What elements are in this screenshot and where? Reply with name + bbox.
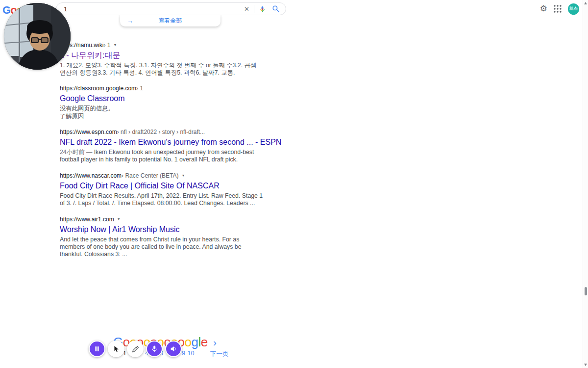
pause-icon: [93, 345, 101, 353]
result-title[interactable]: Food City Dirt Race | Official Site Of N…: [60, 181, 264, 190]
chevron-down-icon[interactable]: ▼: [117, 217, 121, 221]
header-actions: ⚙ 凯杰: [540, 3, 579, 15]
chevron-down-icon[interactable]: ▼: [182, 174, 185, 177]
scroll-down-button[interactable]: [584, 364, 587, 366]
result-snippet: And let the peace that comes from Christ…: [60, 236, 264, 258]
cursor-button[interactable]: [108, 341, 124, 357]
arrow-right-icon: →: [127, 17, 133, 25]
search-result: https://www.espn.com › nfl › draft2022 ›…: [60, 128, 264, 163]
search-input[interactable]: [64, 5, 240, 13]
cursor-icon: [112, 345, 120, 353]
result-title[interactable]: Worship Now | Air1 Worship Music: [60, 225, 264, 234]
search-divider: [254, 5, 254, 13]
result-title[interactable]: NFL draft 2022 - Ikem Ekwonu's journey f…: [60, 137, 264, 147]
result-title[interactable]: 1 - 나무위키:대문: [60, 51, 264, 60]
result-url[interactable]: https://www.air1.com ▼: [60, 215, 264, 223]
page-number-10[interactable]: 10: [187, 350, 195, 357]
apps-grid-icon: [553, 4, 562, 13]
recording-toolbar: [89, 341, 182, 357]
result-snippet: 24小时前 — Ikem Ekwonu took an unexpected j…: [60, 149, 264, 163]
search-button[interactable]: [272, 5, 280, 13]
search-result: https://classroom.google.com › 1 ▼ Googl…: [60, 84, 264, 120]
webcam-video: [4, 3, 71, 70]
clear-search-button[interactable]: ✕: [240, 5, 254, 13]
next-page-chevron[interactable]: ›: [213, 337, 217, 348]
pen-button[interactable]: [127, 341, 144, 357]
search-result: https://www.air1.com ▼ Worship Now | Air…: [60, 215, 264, 258]
scrollbar-track[interactable]: [583, 0, 588, 368]
result-url[interactable]: https://classroom.google.com › 1 ▼: [60, 84, 264, 92]
voice-search-button[interactable]: [259, 5, 266, 13]
result-url[interactable]: https://www.nascar.com › Race Center (BE…: [60, 172, 264, 179]
microphone-icon: [150, 345, 158, 353]
view-all-button[interactable]: → 查看全部: [120, 15, 220, 26]
result-snippet: 1. 개요2. 모양3. 수학적 특징. 3.1. 자연수의 첫 번째 수 or…: [60, 62, 264, 77]
search-result: https://www.nascar.com › Race Center (BE…: [60, 172, 264, 207]
result-snippet-date: 24小时前 —: [60, 149, 94, 156]
pause-button[interactable]: [89, 341, 105, 357]
scrollbar-thumb[interactable]: [585, 287, 587, 295]
view-all-label: 查看全部: [159, 17, 182, 25]
next-page-link[interactable]: 下一页: [210, 350, 229, 358]
search-icon: [272, 5, 280, 13]
chevron-down-icon[interactable]: ▼: [113, 43, 117, 47]
avatar[interactable]: 凯杰: [568, 3, 579, 15]
speaker-icon: [170, 345, 177, 353]
webcam-overlay[interactable]: [4, 3, 71, 70]
result-url[interactable]: https://namu.wiki › 1 ▼: [60, 41, 264, 49]
learn-why-link[interactable]: 了解原因: [60, 113, 264, 120]
result-snippet: 没有此网页的信息。: [60, 105, 264, 112]
result-snippet: Food City Dirt Race Results. April 17th,…: [60, 192, 264, 207]
settings-button[interactable]: ⚙: [540, 3, 547, 15]
result-title[interactable]: Google Classroom: [60, 94, 264, 103]
mic-button[interactable]: [146, 341, 163, 357]
search-result: https://namu.wiki › 1 ▼ 1 - 나무위키:대문 1. 개…: [60, 41, 264, 77]
search-box[interactable]: ✕: [56, 2, 286, 15]
apps-grid-button[interactable]: [553, 4, 562, 13]
microphone-icon: [259, 5, 266, 13]
speaker-button[interactable]: [165, 341, 182, 357]
pen-icon: [132, 345, 139, 353]
result-url[interactable]: https://www.espn.com › nfl › draft2022 ›…: [60, 128, 264, 135]
scroll-up-button[interactable]: [584, 2, 587, 4]
